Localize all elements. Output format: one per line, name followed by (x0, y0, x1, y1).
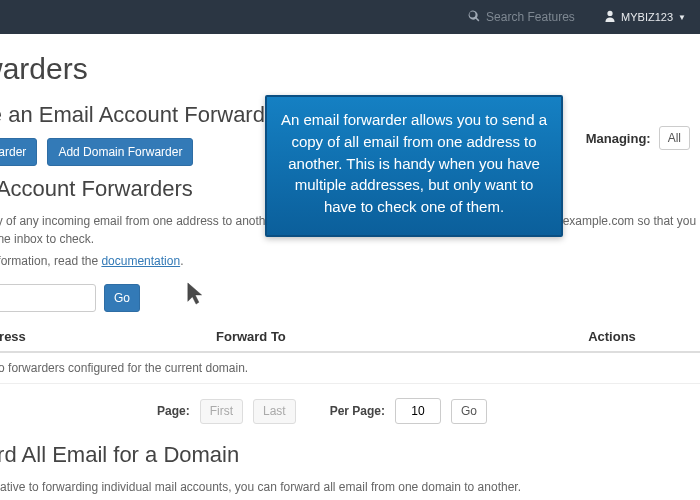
topbar: MYBIZ123 ▼ (0, 0, 700, 34)
search-wrap (468, 10, 586, 25)
col-email-address: Email Address (0, 329, 216, 344)
section-list-desc2: For more information, read the documenta… (0, 252, 700, 270)
search-input[interactable] (486, 10, 586, 24)
search-icon (468, 10, 480, 25)
col-actions: Actions (516, 329, 700, 344)
section-domain-title: Forward All Email for a Domain (0, 442, 700, 468)
forwarders-table-empty: There are no forwarders configured for t… (0, 353, 700, 384)
managing-label: Managing: (586, 131, 651, 146)
managing-select[interactable]: All (659, 126, 690, 150)
documentation-link[interactable]: documentation (101, 254, 180, 268)
col-forward-to: Forward To (216, 329, 516, 344)
managing-control: Managing: All (586, 126, 690, 150)
page-last-button[interactable]: Last (253, 399, 296, 423)
add-domain-forwarder-button[interactable]: Add Domain Forwarder (47, 138, 193, 166)
list-search-go-button[interactable]: Go (104, 284, 140, 312)
perpage-input[interactable] (395, 398, 441, 424)
perpage-label: Per Page: (330, 404, 385, 418)
page-label: Page: (157, 404, 190, 418)
forwarders-table-header: Email Address Forward To Actions (0, 322, 700, 353)
page-title: Forwarders (0, 52, 700, 86)
username-label: MYBIZ123 (621, 11, 673, 23)
user-icon (604, 10, 616, 25)
section-domain-desc: As an alternative to forwarding individu… (0, 478, 700, 496)
caret-down-icon: ▼ (678, 13, 686, 22)
list-search-row: Go (0, 284, 700, 312)
pager: Page: First Last Per Page: Go (0, 384, 700, 432)
add-forwarder-button[interactable]: Add Forwarder (0, 138, 37, 166)
user-menu[interactable]: MYBIZ123 ▼ (604, 10, 686, 25)
pager-go-button[interactable]: Go (451, 399, 487, 423)
list-search-input[interactable] (0, 284, 96, 312)
tutorial-callout: An email forwarder allows you to send a … (265, 95, 563, 237)
page-first-button[interactable]: First (200, 399, 243, 423)
